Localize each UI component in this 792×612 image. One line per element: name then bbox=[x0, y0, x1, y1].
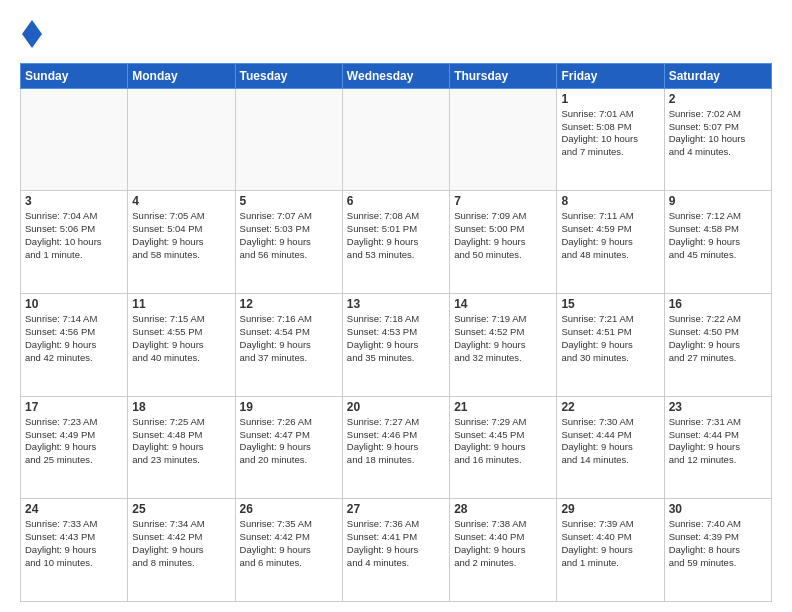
day-number: 27 bbox=[347, 502, 445, 516]
day-number: 10 bbox=[25, 297, 123, 311]
calendar-week-row: 24Sunrise: 7:33 AM Sunset: 4:43 PM Dayli… bbox=[21, 499, 772, 602]
day-number: 20 bbox=[347, 400, 445, 414]
day-info: Sunrise: 7:04 AM Sunset: 5:06 PM Dayligh… bbox=[25, 210, 123, 261]
day-number: 6 bbox=[347, 194, 445, 208]
day-number: 15 bbox=[561, 297, 659, 311]
calendar-day-cell: 12Sunrise: 7:16 AM Sunset: 4:54 PM Dayli… bbox=[235, 294, 342, 397]
calendar-day-cell: 6Sunrise: 7:08 AM Sunset: 5:01 PM Daylig… bbox=[342, 191, 449, 294]
calendar-week-row: 17Sunrise: 7:23 AM Sunset: 4:49 PM Dayli… bbox=[21, 396, 772, 499]
day-info: Sunrise: 7:08 AM Sunset: 5:01 PM Dayligh… bbox=[347, 210, 445, 261]
calendar-week-row: 1Sunrise: 7:01 AM Sunset: 5:08 PM Daylig… bbox=[21, 88, 772, 191]
calendar-day-cell: 11Sunrise: 7:15 AM Sunset: 4:55 PM Dayli… bbox=[128, 294, 235, 397]
day-info: Sunrise: 7:29 AM Sunset: 4:45 PM Dayligh… bbox=[454, 416, 552, 467]
day-number: 9 bbox=[669, 194, 767, 208]
day-info: Sunrise: 7:02 AM Sunset: 5:07 PM Dayligh… bbox=[669, 108, 767, 159]
calendar-day-cell: 4Sunrise: 7:05 AM Sunset: 5:04 PM Daylig… bbox=[128, 191, 235, 294]
day-number: 25 bbox=[132, 502, 230, 516]
day-info: Sunrise: 7:09 AM Sunset: 5:00 PM Dayligh… bbox=[454, 210, 552, 261]
day-info: Sunrise: 7:11 AM Sunset: 4:59 PM Dayligh… bbox=[561, 210, 659, 261]
day-info: Sunrise: 7:15 AM Sunset: 4:55 PM Dayligh… bbox=[132, 313, 230, 364]
day-number: 1 bbox=[561, 92, 659, 106]
calendar-day-cell bbox=[235, 88, 342, 191]
day-number: 17 bbox=[25, 400, 123, 414]
calendar-day-cell: 22Sunrise: 7:30 AM Sunset: 4:44 PM Dayli… bbox=[557, 396, 664, 499]
logo-text bbox=[20, 20, 42, 53]
day-info: Sunrise: 7:40 AM Sunset: 4:39 PM Dayligh… bbox=[669, 518, 767, 569]
day-number: 16 bbox=[669, 297, 767, 311]
day-number: 19 bbox=[240, 400, 338, 414]
day-number: 26 bbox=[240, 502, 338, 516]
calendar-day-cell: 13Sunrise: 7:18 AM Sunset: 4:53 PM Dayli… bbox=[342, 294, 449, 397]
calendar-week-row: 3Sunrise: 7:04 AM Sunset: 5:06 PM Daylig… bbox=[21, 191, 772, 294]
calendar-day-cell: 1Sunrise: 7:01 AM Sunset: 5:08 PM Daylig… bbox=[557, 88, 664, 191]
calendar-day-cell: 26Sunrise: 7:35 AM Sunset: 4:42 PM Dayli… bbox=[235, 499, 342, 602]
day-info: Sunrise: 7:07 AM Sunset: 5:03 PM Dayligh… bbox=[240, 210, 338, 261]
calendar-day-cell: 29Sunrise: 7:39 AM Sunset: 4:40 PM Dayli… bbox=[557, 499, 664, 602]
calendar-day-cell: 15Sunrise: 7:21 AM Sunset: 4:51 PM Dayli… bbox=[557, 294, 664, 397]
calendar-day-cell bbox=[21, 88, 128, 191]
calendar-day-cell: 27Sunrise: 7:36 AM Sunset: 4:41 PM Dayli… bbox=[342, 499, 449, 602]
calendar-day-cell: 23Sunrise: 7:31 AM Sunset: 4:44 PM Dayli… bbox=[664, 396, 771, 499]
calendar-day-cell bbox=[450, 88, 557, 191]
calendar-day-cell: 5Sunrise: 7:07 AM Sunset: 5:03 PM Daylig… bbox=[235, 191, 342, 294]
calendar-header-row: SundayMondayTuesdayWednesdayThursdayFrid… bbox=[21, 63, 772, 88]
calendar-day-cell: 25Sunrise: 7:34 AM Sunset: 4:42 PM Dayli… bbox=[128, 499, 235, 602]
calendar-day-cell: 14Sunrise: 7:19 AM Sunset: 4:52 PM Dayli… bbox=[450, 294, 557, 397]
calendar-day-cell: 7Sunrise: 7:09 AM Sunset: 5:00 PM Daylig… bbox=[450, 191, 557, 294]
calendar-day-cell: 30Sunrise: 7:40 AM Sunset: 4:39 PM Dayli… bbox=[664, 499, 771, 602]
calendar-day-cell: 28Sunrise: 7:38 AM Sunset: 4:40 PM Dayli… bbox=[450, 499, 557, 602]
calendar-day-cell: 16Sunrise: 7:22 AM Sunset: 4:50 PM Dayli… bbox=[664, 294, 771, 397]
day-info: Sunrise: 7:01 AM Sunset: 5:08 PM Dayligh… bbox=[561, 108, 659, 159]
day-info: Sunrise: 7:12 AM Sunset: 4:58 PM Dayligh… bbox=[669, 210, 767, 261]
calendar-day-cell: 3Sunrise: 7:04 AM Sunset: 5:06 PM Daylig… bbox=[21, 191, 128, 294]
weekday-header: Wednesday bbox=[342, 63, 449, 88]
weekday-header: Tuesday bbox=[235, 63, 342, 88]
day-info: Sunrise: 7:05 AM Sunset: 5:04 PM Dayligh… bbox=[132, 210, 230, 261]
day-info: Sunrise: 7:39 AM Sunset: 4:40 PM Dayligh… bbox=[561, 518, 659, 569]
day-info: Sunrise: 7:33 AM Sunset: 4:43 PM Dayligh… bbox=[25, 518, 123, 569]
calendar-day-cell: 18Sunrise: 7:25 AM Sunset: 4:48 PM Dayli… bbox=[128, 396, 235, 499]
page: SundayMondayTuesdayWednesdayThursdayFrid… bbox=[0, 0, 792, 612]
logo bbox=[20, 20, 42, 53]
calendar-day-cell: 19Sunrise: 7:26 AM Sunset: 4:47 PM Dayli… bbox=[235, 396, 342, 499]
day-info: Sunrise: 7:26 AM Sunset: 4:47 PM Dayligh… bbox=[240, 416, 338, 467]
day-number: 30 bbox=[669, 502, 767, 516]
day-number: 14 bbox=[454, 297, 552, 311]
day-info: Sunrise: 7:31 AM Sunset: 4:44 PM Dayligh… bbox=[669, 416, 767, 467]
day-number: 28 bbox=[454, 502, 552, 516]
calendar-week-row: 10Sunrise: 7:14 AM Sunset: 4:56 PM Dayli… bbox=[21, 294, 772, 397]
day-info: Sunrise: 7:14 AM Sunset: 4:56 PM Dayligh… bbox=[25, 313, 123, 364]
day-info: Sunrise: 7:25 AM Sunset: 4:48 PM Dayligh… bbox=[132, 416, 230, 467]
day-number: 18 bbox=[132, 400, 230, 414]
calendar-day-cell bbox=[128, 88, 235, 191]
day-number: 21 bbox=[454, 400, 552, 414]
day-info: Sunrise: 7:18 AM Sunset: 4:53 PM Dayligh… bbox=[347, 313, 445, 364]
day-info: Sunrise: 7:23 AM Sunset: 4:49 PM Dayligh… bbox=[25, 416, 123, 467]
weekday-header: Monday bbox=[128, 63, 235, 88]
day-number: 11 bbox=[132, 297, 230, 311]
calendar-day-cell: 10Sunrise: 7:14 AM Sunset: 4:56 PM Dayli… bbox=[21, 294, 128, 397]
day-number: 2 bbox=[669, 92, 767, 106]
day-info: Sunrise: 7:35 AM Sunset: 4:42 PM Dayligh… bbox=[240, 518, 338, 569]
day-info: Sunrise: 7:38 AM Sunset: 4:40 PM Dayligh… bbox=[454, 518, 552, 569]
day-info: Sunrise: 7:27 AM Sunset: 4:46 PM Dayligh… bbox=[347, 416, 445, 467]
header bbox=[20, 16, 772, 53]
day-number: 29 bbox=[561, 502, 659, 516]
day-number: 13 bbox=[347, 297, 445, 311]
calendar-table: SundayMondayTuesdayWednesdayThursdayFrid… bbox=[20, 63, 772, 602]
day-number: 3 bbox=[25, 194, 123, 208]
weekday-header: Sunday bbox=[21, 63, 128, 88]
calendar-day-cell: 17Sunrise: 7:23 AM Sunset: 4:49 PM Dayli… bbox=[21, 396, 128, 499]
calendar-day-cell: 21Sunrise: 7:29 AM Sunset: 4:45 PM Dayli… bbox=[450, 396, 557, 499]
day-info: Sunrise: 7:22 AM Sunset: 4:50 PM Dayligh… bbox=[669, 313, 767, 364]
day-info: Sunrise: 7:36 AM Sunset: 4:41 PM Dayligh… bbox=[347, 518, 445, 569]
weekday-header: Saturday bbox=[664, 63, 771, 88]
weekday-header: Friday bbox=[557, 63, 664, 88]
day-info: Sunrise: 7:16 AM Sunset: 4:54 PM Dayligh… bbox=[240, 313, 338, 364]
calendar-day-cell: 24Sunrise: 7:33 AM Sunset: 4:43 PM Dayli… bbox=[21, 499, 128, 602]
day-number: 23 bbox=[669, 400, 767, 414]
calendar-day-cell: 2Sunrise: 7:02 AM Sunset: 5:07 PM Daylig… bbox=[664, 88, 771, 191]
day-number: 8 bbox=[561, 194, 659, 208]
weekday-header: Thursday bbox=[450, 63, 557, 88]
calendar-day-cell bbox=[342, 88, 449, 191]
